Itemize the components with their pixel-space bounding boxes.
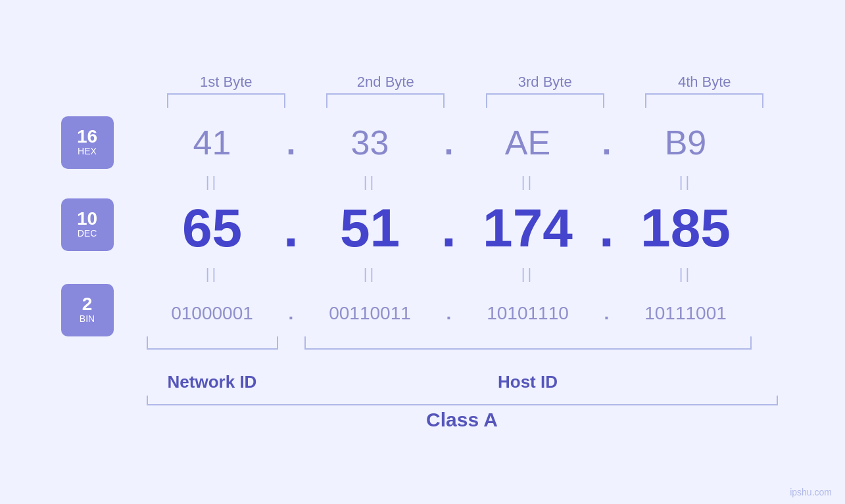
bin-dot-1: . bbox=[278, 303, 304, 324]
equals-row-1: || || || || bbox=[147, 172, 785, 192]
dec-dot-2: . bbox=[436, 197, 462, 259]
bin-val-2: 00110011 bbox=[304, 303, 436, 324]
hex-row: 41 . 33 . AE . B9 bbox=[147, 113, 785, 172]
dec-val-1: 65 bbox=[147, 197, 278, 259]
eq1-4: || bbox=[620, 173, 752, 191]
eq2-4: || bbox=[620, 265, 752, 283]
dec-badge: 10 DEC bbox=[61, 198, 114, 251]
hex-dot-2: . bbox=[436, 123, 462, 162]
dec-val-2: 51 bbox=[304, 197, 436, 259]
rows-section: 16 HEX 41 . 33 . AE . B9 bbox=[61, 113, 785, 431]
bin-val-3: 10101110 bbox=[462, 303, 594, 324]
eq2-3: || bbox=[462, 265, 594, 283]
class-bracket-row bbox=[147, 396, 785, 405]
dec-dot-1: . bbox=[278, 197, 304, 259]
hex-dot-1: . bbox=[278, 123, 304, 162]
byte-labels-row: 1st Byte 2nd Byte 3rd Byte 4th Byte bbox=[147, 74, 785, 108]
hex-val-1: 41 bbox=[147, 123, 278, 162]
bin-dot-3: . bbox=[594, 303, 620, 324]
id-labels-row: Network ID Host ID bbox=[147, 369, 785, 396]
watermark: ipshu.com bbox=[790, 487, 832, 497]
eq2-2: || bbox=[304, 265, 436, 283]
hex-val-2: 33 bbox=[304, 123, 436, 162]
hex-val-4: B9 bbox=[620, 123, 752, 162]
dec-row: 65 . 51 . 174 . 185 bbox=[147, 192, 785, 264]
eq1-3: || bbox=[462, 173, 594, 191]
byte-label-2: 2nd Byte bbox=[320, 74, 451, 108]
hex-badge: 16 HEX bbox=[61, 116, 114, 169]
class-a-bracket bbox=[147, 396, 778, 405]
dec-val-4: 185 bbox=[620, 197, 752, 259]
bin-val-4: 10111001 bbox=[620, 303, 752, 324]
bin-dot-2: . bbox=[436, 303, 462, 324]
eq2-1: || bbox=[147, 265, 278, 283]
eq1-2: || bbox=[304, 173, 436, 191]
hex-val-3: AE bbox=[462, 123, 594, 162]
bin-row: 01000001 . 00110011 . 10101110 . 1011100… bbox=[147, 284, 785, 343]
network-id-label: Network ID bbox=[147, 372, 278, 392]
eq1-1: || bbox=[147, 173, 278, 191]
byte-label-3: 3rd Byte bbox=[479, 74, 611, 108]
host-id-label: Host ID bbox=[304, 372, 752, 392]
main-container: 1st Byte 2nd Byte 3rd Byte 4th Byte 16 H… bbox=[61, 74, 785, 431]
class-label: Class A bbox=[147, 405, 778, 431]
equals-row-2: || || || || bbox=[147, 264, 785, 284]
bin-badge: 2 BIN bbox=[61, 284, 114, 336]
dec-dot-3: . bbox=[594, 197, 620, 259]
bin-val-1: 01000001 bbox=[147, 303, 278, 324]
byte-label-1: 1st Byte bbox=[160, 74, 292, 108]
byte-label-4: 4th Byte bbox=[639, 74, 770, 108]
hex-dot-3: . bbox=[594, 123, 620, 162]
dec-val-3: 174 bbox=[462, 197, 594, 259]
